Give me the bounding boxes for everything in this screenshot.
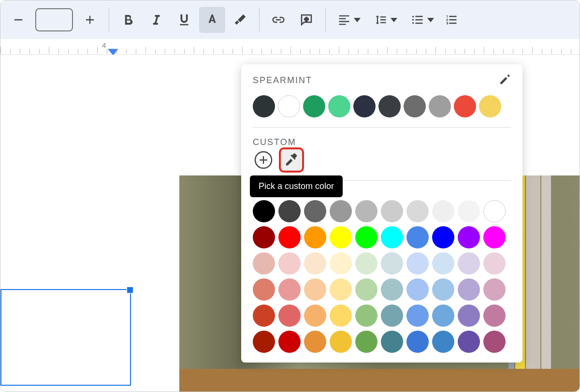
eyedropper-button[interactable] — [279, 147, 304, 173]
color-swatch[interactable] — [330, 226, 352, 248]
color-swatch[interactable] — [355, 200, 377, 222]
color-swatch[interactable] — [406, 305, 429, 327]
color-swatch[interactable] — [458, 331, 480, 353]
color-swatch[interactable] — [253, 278, 275, 301]
zoom-input[interactable] — [35, 8, 73, 31]
color-swatch[interactable] — [483, 278, 506, 301]
resize-handle[interactable] — [127, 287, 133, 293]
add-comment-button[interactable] — [293, 7, 319, 33]
color-swatch[interactable] — [253, 95, 275, 117]
color-swatch[interactable] — [432, 252, 454, 275]
color-swatch[interactable] — [304, 226, 326, 248]
color-swatch[interactable] — [483, 305, 506, 327]
color-swatch[interactable] — [483, 226, 506, 248]
color-swatch[interactable] — [278, 200, 301, 222]
color-swatch[interactable] — [253, 200, 275, 222]
color-swatch[interactable] — [253, 305, 275, 327]
color-swatch[interactable] — [381, 278, 403, 301]
color-swatch[interactable] — [458, 252, 480, 275]
color-swatch[interactable] — [432, 278, 454, 301]
color-swatch[interactable] — [406, 331, 429, 353]
color-swatch[interactable] — [381, 305, 403, 327]
color-swatch[interactable] — [328, 95, 350, 117]
insert-link-button[interactable] — [265, 7, 291, 33]
color-swatch[interactable] — [278, 331, 301, 353]
color-swatch[interactable] — [330, 252, 352, 275]
color-swatch[interactable] — [304, 278, 326, 301]
italic-button[interactable] — [143, 7, 169, 33]
color-swatch[interactable] — [381, 226, 403, 248]
color-picker-panel: SPEARMINT CUSTOM Pick a custom color — [241, 64, 522, 363]
toolbar-divider — [259, 8, 260, 32]
color-swatch[interactable] — [381, 252, 403, 275]
selected-element-outline[interactable] — [0, 289, 131, 386]
color-swatch[interactable] — [304, 331, 326, 353]
color-swatch[interactable] — [278, 95, 300, 117]
color-swatch[interactable] — [253, 331, 275, 353]
color-swatch[interactable] — [304, 305, 326, 327]
toolbar-divider — [325, 8, 326, 32]
bold-button[interactable] — [115, 7, 141, 33]
color-swatch[interactable] — [458, 278, 480, 301]
color-swatch[interactable] — [454, 95, 476, 117]
color-swatch[interactable] — [304, 200, 326, 222]
color-swatch[interactable] — [355, 331, 377, 353]
color-swatch[interactable] — [483, 331, 506, 353]
numbered-list-button[interactable] — [442, 7, 461, 33]
color-swatch[interactable] — [483, 252, 506, 275]
color-swatch[interactable] — [406, 252, 429, 275]
color-swatch[interactable] — [406, 226, 429, 248]
color-swatch[interactable] — [432, 305, 454, 327]
color-swatch[interactable] — [278, 226, 301, 248]
color-swatch[interactable] — [278, 278, 301, 301]
color-swatch[interactable] — [355, 305, 377, 327]
panel-separator — [253, 127, 511, 128]
color-swatch[interactable] — [355, 278, 377, 301]
color-swatch[interactable] — [278, 252, 301, 275]
color-swatch[interactable] — [458, 226, 480, 248]
ruler: 4 — [0, 39, 580, 55]
color-swatch[interactable] — [432, 200, 454, 222]
color-swatch[interactable] — [353, 95, 376, 117]
color-swatch[interactable] — [429, 95, 451, 117]
color-swatch[interactable] — [330, 200, 352, 222]
color-swatch[interactable] — [253, 226, 275, 248]
text-color-button[interactable] — [199, 7, 225, 33]
color-swatch[interactable] — [432, 226, 454, 248]
formatting-toolbar — [0, 0, 580, 39]
color-swatch[interactable] — [330, 331, 352, 353]
zoom-out-button[interactable] — [5, 7, 31, 33]
dropdown-caret-icon — [354, 18, 361, 22]
underline-button[interactable] — [171, 7, 197, 33]
color-swatch[interactable] — [404, 95, 426, 117]
zoom-in-button[interactable] — [77, 7, 103, 33]
color-swatch[interactable] — [330, 278, 352, 301]
highlight-color-button[interactable] — [227, 7, 253, 33]
line-spacing-button[interactable] — [368, 7, 403, 33]
color-swatch[interactable] — [458, 200, 480, 222]
bulleted-list-button[interactable] — [405, 7, 440, 33]
color-swatch[interactable] — [479, 95, 501, 117]
color-swatch[interactable] — [483, 200, 506, 222]
color-swatch[interactable] — [278, 305, 301, 327]
color-swatch[interactable] — [303, 95, 325, 117]
align-button[interactable] — [332, 7, 366, 33]
edit-theme-button[interactable] — [498, 74, 511, 87]
add-custom-color-button[interactable] — [253, 149, 274, 171]
dropdown-caret-icon — [391, 18, 397, 22]
document-canvas: SPEARMINT CUSTOM Pick a custom color — [0, 55, 580, 392]
color-swatch[interactable] — [381, 200, 403, 222]
color-swatch[interactable] — [406, 200, 429, 222]
color-swatch[interactable] — [355, 252, 377, 275]
eyedropper-tooltip: Pick a custom color — [250, 175, 343, 197]
color-swatch[interactable] — [378, 95, 401, 117]
color-swatch[interactable] — [458, 305, 480, 327]
color-swatch[interactable] — [406, 278, 429, 301]
color-swatch[interactable] — [381, 331, 403, 353]
custom-heading: CUSTOM — [253, 137, 296, 147]
color-swatch[interactable] — [304, 252, 326, 275]
color-swatch[interactable] — [355, 226, 377, 248]
color-swatch[interactable] — [432, 331, 454, 353]
color-swatch[interactable] — [330, 305, 352, 327]
color-swatch[interactable] — [253, 252, 275, 275]
